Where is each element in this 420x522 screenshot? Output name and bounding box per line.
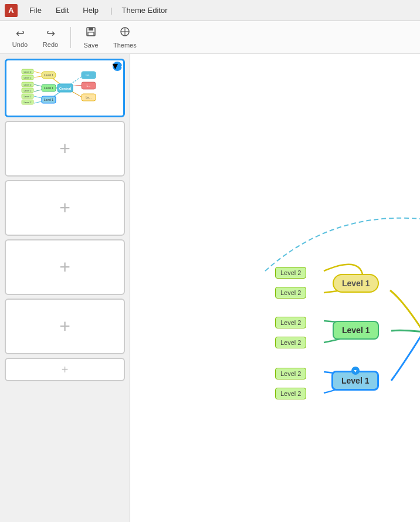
svg-text:Level 1: Level 1	[44, 86, 53, 90]
node-level2-1[interactable]: Level 2	[275, 267, 306, 279]
theme-add-6[interactable]: +	[5, 358, 125, 381]
svg-text:Le...: Le...	[86, 73, 92, 77]
node-level1-bot[interactable]: ▼ Level 1	[331, 371, 379, 391]
menu-edit[interactable]: Edit	[53, 5, 71, 16]
themes-icon	[119, 26, 131, 40]
node-drop-indicator: ▼	[351, 367, 360, 375]
node-level2-5[interactable]: Level 2	[275, 368, 306, 379]
node-level1-top[interactable]: Level 1	[333, 274, 379, 293]
menu-separator: |	[110, 6, 112, 15]
svg-rect-2	[88, 32, 94, 36]
undo-label: Undo	[12, 41, 28, 48]
svg-text:Level 2: Level 2	[24, 76, 32, 79]
svg-text:Level 1: Level 1	[44, 73, 53, 77]
save-icon	[85, 26, 97, 40]
add-theme-icon-2: +	[59, 138, 70, 160]
node-level2-4[interactable]: Level 2	[275, 337, 306, 348]
svg-text:Level 2: Level 2	[24, 70, 32, 73]
theme-add-3[interactable]: +	[5, 180, 125, 236]
selected-indicator: ▼	[113, 62, 122, 71]
node-level2-2-label: Level 2	[280, 289, 301, 296]
toolbar-divider	[70, 27, 71, 48]
svg-text:Level 2: Level 2	[24, 89, 32, 92]
node-level2-5-label: Level 2	[280, 370, 301, 377]
menu-file[interactable]: File	[27, 5, 44, 16]
mini-mindmap: Central Level 1 Level 1 Level 1 Le... L.…	[13, 62, 116, 114]
app-logo: A	[5, 4, 18, 17]
undo-icon: ↩	[16, 27, 25, 40]
theme-add-5[interactable]: +	[5, 299, 125, 354]
node-level2-6[interactable]: Level 2	[275, 388, 306, 399]
toolbar: ↩ Undo ↪ Redo Save Themes	[0, 21, 420, 54]
main-layout: ▼ Central	[0, 54, 420, 522]
logo-text: A	[8, 6, 13, 15]
node-level2-3[interactable]: Level 2	[275, 317, 306, 328]
svg-text:Level 2: Level 2	[24, 101, 32, 104]
add-theme-icon-5: +	[59, 316, 70, 337]
sidebar: ▼ Central	[0, 54, 130, 522]
menubar: A File Edit Help | Theme Editor	[0, 0, 420, 21]
add-theme-icon-4: +	[59, 256, 70, 278]
redo-button[interactable]: ↪ Redo	[38, 25, 63, 50]
svg-text:L...: L...	[87, 84, 91, 87]
node-level1-bot-label: Level 1	[341, 376, 369, 385]
redo-icon: ↪	[46, 27, 55, 40]
node-level1-top-label: Level 1	[342, 279, 370, 288]
svg-text:Central: Central	[59, 87, 72, 90]
themes-label: Themes	[113, 42, 137, 49]
add-theme-icon-6: +	[62, 363, 69, 377]
canvas-area[interactable]: Level 2 Level 2 Level 1 Level 2 Level 2 …	[130, 54, 420, 522]
node-level1-mid-label: Level 1	[342, 326, 370, 335]
svg-text:Level 2: Level 2	[24, 83, 32, 86]
node-level2-6-label: Level 2	[280, 390, 301, 397]
themes-button[interactable]: Themes	[109, 23, 141, 51]
add-theme-icon-3: +	[59, 197, 70, 219]
theme-thumb-1[interactable]: ▼ Central	[5, 59, 125, 117]
node-level2-2[interactable]: Level 2	[275, 287, 306, 299]
node-level2-4-label: Level 2	[280, 339, 301, 346]
node-level1-mid[interactable]: Level 1	[333, 321, 379, 340]
save-button[interactable]: Save	[78, 23, 104, 51]
svg-text:Le...: Le...	[86, 96, 92, 99]
node-level2-3-label: Level 2	[280, 319, 301, 326]
svg-text:Level 2: Level 2	[24, 95, 32, 98]
window-title: Theme Editor	[122, 6, 168, 15]
svg-rect-1	[89, 28, 93, 30]
menu-help[interactable]: Help	[80, 5, 101, 16]
undo-button[interactable]: ↩ Undo	[7, 25, 33, 50]
node-level2-1-label: Level 2	[280, 269, 301, 276]
theme-add-4[interactable]: +	[5, 239, 125, 295]
svg-text:Level 1: Level 1	[44, 98, 53, 101]
save-label: Save	[83, 42, 98, 49]
theme-add-2[interactable]: +	[5, 121, 125, 177]
redo-label: Redo	[43, 41, 58, 48]
